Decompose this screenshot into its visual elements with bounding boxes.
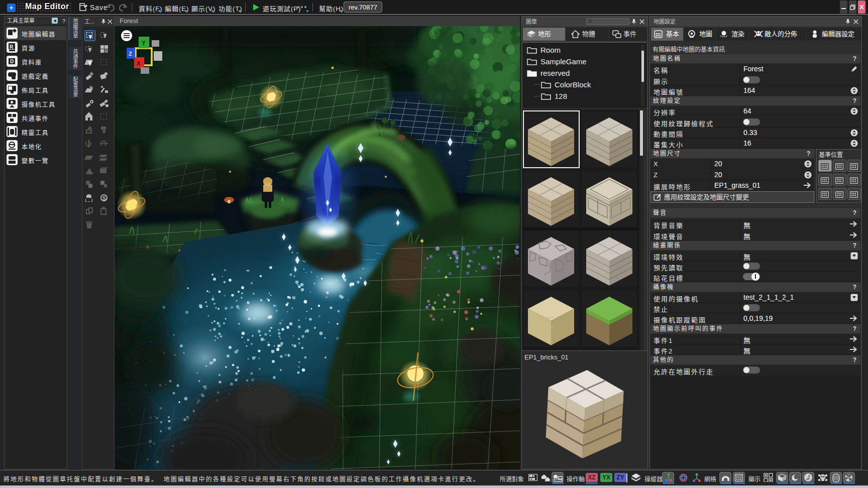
svg-text:X: X xyxy=(137,60,141,66)
svg-text:Z: Z xyxy=(129,51,132,57)
svg-text:Y: Y xyxy=(142,40,146,47)
